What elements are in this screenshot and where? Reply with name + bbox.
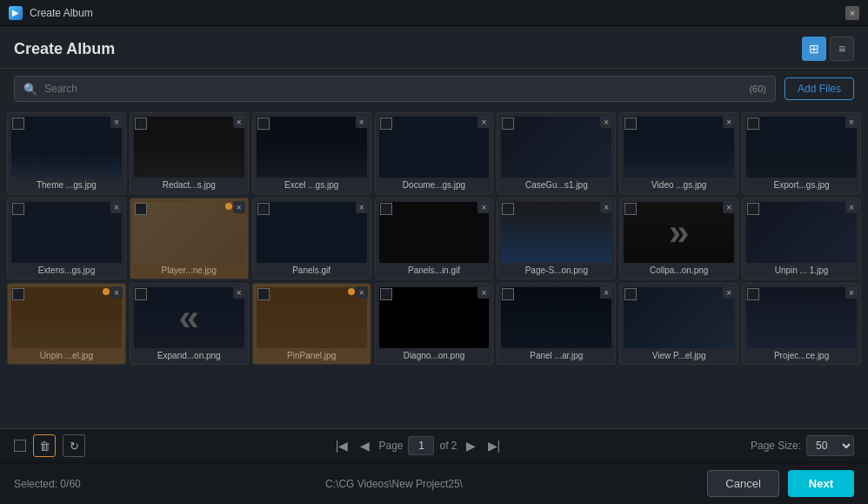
file-remove-button[interactable]: ×	[845, 286, 858, 299]
file-checkbox[interactable]	[257, 203, 270, 215]
file-item[interactable]: ×Docume...gs.jpg	[375, 112, 494, 194]
file-checkbox[interactable]	[135, 288, 147, 300]
file-item[interactable]: ×Excel ...gs.jpg	[252, 112, 371, 194]
file-checkbox[interactable]	[380, 118, 392, 130]
file-name: Theme ...gs.jpg	[11, 180, 122, 190]
file-remove-button[interactable]: ×	[845, 201, 858, 213]
file-checkbox[interactable]	[12, 288, 24, 300]
file-checkbox[interactable]	[135, 203, 147, 215]
file-item[interactable]: ×Redact...s.jpg	[130, 112, 249, 194]
page-input[interactable]	[408, 436, 434, 455]
file-item[interactable]: ×Unpin ...el.jpg	[7, 283, 126, 365]
file-checkbox[interactable]	[380, 203, 392, 215]
file-checkbox[interactable]	[380, 288, 392, 300]
file-checkbox[interactable]	[624, 288, 637, 300]
file-item[interactable]: ×CaseGu...s1.jpg	[497, 112, 616, 194]
file-remove-button[interactable]: ×	[600, 286, 612, 299]
file-remove-button[interactable]: ×	[356, 286, 368, 299]
file-remove-button[interactable]: ×	[477, 201, 490, 213]
file-item[interactable]: ×Panel ...ar.jpg	[497, 283, 616, 365]
prev-page-button[interactable]: ◀	[357, 437, 373, 454]
file-item[interactable]: ×Video ...gs.jpg	[619, 112, 738, 194]
first-page-button[interactable]: |◀	[332, 437, 352, 454]
refresh-button[interactable]: ↻	[63, 434, 85, 457]
file-name: Panels...in.gif	[379, 265, 490, 275]
next-button[interactable]: Next	[788, 470, 854, 497]
file-name: Unpin ... 1.jpg	[746, 265, 857, 275]
file-thumbnail	[257, 202, 367, 263]
file-remove-button[interactable]: ×	[233, 116, 245, 128]
file-item[interactable]: ×Unpin ... 1.jpg	[742, 198, 861, 279]
file-remove-button[interactable]: ×	[233, 286, 245, 299]
next-page-button[interactable]: ▶	[463, 437, 479, 454]
file-item[interactable]: ×Extens...gs.jpg	[7, 198, 126, 279]
file-remove-button[interactable]: ×	[110, 201, 123, 213]
file-item[interactable]: ×PinPanel.jpg	[252, 283, 371, 365]
file-name: Diagno...on.png	[379, 351, 490, 360]
close-button[interactable]: ×	[845, 6, 859, 20]
file-remove-button[interactable]: ×	[845, 116, 858, 128]
app-icon: ▶	[9, 6, 23, 20]
file-checkbox[interactable]	[624, 203, 637, 215]
file-name: Video ...gs.jpg	[624, 180, 734, 190]
file-checkbox[interactable]	[502, 118, 514, 130]
file-remove-button[interactable]: ×	[110, 116, 123, 128]
file-checkbox[interactable]	[624, 118, 637, 130]
file-checkbox[interactable]	[12, 203, 24, 215]
add-files-button[interactable]: Add Files	[785, 77, 854, 100]
file-remove-button[interactable]: ×	[600, 116, 612, 128]
file-item[interactable]: ×Theme ...gs.jpg	[7, 112, 126, 194]
select-all-checkbox[interactable]	[14, 440, 26, 452]
file-checkbox[interactable]	[747, 118, 759, 130]
file-item[interactable]: ×Projec...ce.jpg	[742, 283, 861, 365]
file-thumbnail	[746, 202, 857, 263]
file-remove-button[interactable]: ×	[723, 286, 735, 299]
list-view-button[interactable]: ≡	[830, 37, 854, 61]
file-remove-button[interactable]: ×	[477, 116, 490, 128]
file-remove-button[interactable]: ×	[110, 286, 123, 299]
page-label: Page	[378, 440, 403, 452]
path-text: C:\CG Videos\New Project25\	[325, 478, 463, 490]
last-page-button[interactable]: ▶|	[484, 437, 504, 454]
file-name: View P...el.jpg	[624, 351, 734, 360]
refresh-icon: ↻	[70, 440, 79, 453]
file-thumbnail	[501, 202, 611, 263]
file-remove-button[interactable]: ×	[356, 201, 368, 213]
file-checkbox[interactable]	[502, 203, 514, 215]
search-input[interactable]	[44, 83, 742, 95]
file-checkbox[interactable]	[747, 288, 759, 300]
file-checkbox[interactable]	[257, 118, 270, 130]
delete-button[interactable]: 🗑	[33, 434, 56, 457]
file-item[interactable]: ×Export...gs.jpg	[742, 112, 861, 194]
file-thumbnail	[379, 202, 490, 263]
file-remove-button[interactable]: ×	[356, 116, 368, 128]
file-checkbox[interactable]	[747, 203, 759, 215]
file-checkbox[interactable]	[135, 118, 147, 130]
file-remove-button[interactable]: ×	[477, 286, 490, 299]
file-remove-button[interactable]: ×	[600, 201, 612, 213]
file-remove-button[interactable]: ×	[723, 116, 735, 128]
file-name: Projec...ce.jpg	[746, 351, 857, 360]
file-thumbnail	[257, 117, 367, 178]
file-item[interactable]: ×Page-S...on.png	[497, 198, 616, 279]
file-item[interactable]: ×«Expand...on.png	[130, 283, 249, 365]
file-thumbnail	[624, 287, 734, 348]
file-item[interactable]: ×Panels.gif	[252, 198, 371, 279]
file-checkbox[interactable]	[257, 288, 270, 300]
file-item[interactable]: ×Diagno...on.png	[375, 283, 494, 365]
file-name: Docume...gs.jpg	[379, 180, 490, 190]
file-remove-button[interactable]: ×	[723, 201, 735, 213]
page-size-select[interactable]: 50 10 20 100	[806, 435, 854, 456]
cancel-button[interactable]: Cancel	[707, 470, 778, 497]
file-item[interactable]: ×»Collpa...on.png	[619, 198, 738, 279]
grid-view-button[interactable]: ⊞	[802, 37, 826, 61]
file-remove-button[interactable]: ×	[233, 201, 245, 213]
file-thumbnail	[501, 117, 611, 178]
file-thumbnail	[134, 117, 244, 178]
file-item[interactable]: ×View P...el.jpg	[619, 283, 738, 365]
file-item[interactable]: ×Player...ne.jpg	[130, 198, 249, 279]
file-item[interactable]: ×Panels...in.gif	[375, 198, 494, 279]
title-bar: ▶ Create Album ×	[0, 0, 868, 26]
file-checkbox[interactable]	[502, 288, 514, 300]
file-checkbox[interactable]	[12, 118, 24, 130]
